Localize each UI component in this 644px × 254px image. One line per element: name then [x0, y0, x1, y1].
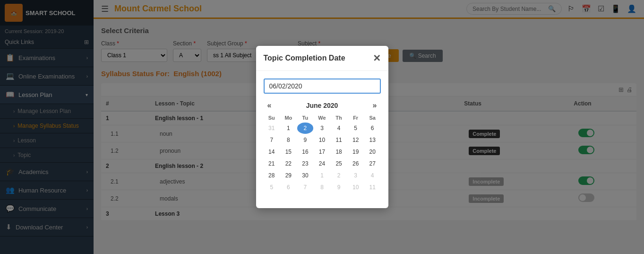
calendar-day[interactable]: 14 — [264, 146, 280, 158]
calendar-day[interactable]: 3 — [314, 123, 330, 134]
calendar-day[interactable]: 31 — [264, 123, 280, 134]
calendar-day[interactable]: 27 — [364, 158, 381, 169]
calendar-day[interactable]: 5 — [347, 123, 364, 134]
calendar-day[interactable]: 7 — [297, 182, 314, 193]
calendar-day[interactable]: 22 — [280, 158, 297, 169]
close-icon[interactable]: ✕ — [373, 53, 381, 64]
calendar-day[interactable]: 3 — [347, 170, 364, 181]
calendar-month: June 2020 — [306, 102, 338, 109]
calendar-day[interactable]: 21 — [264, 158, 280, 169]
day-name-th: Th — [331, 114, 347, 122]
calendar-day[interactable]: 29 — [280, 170, 297, 181]
calendar-day[interactable]: 20 — [364, 146, 381, 158]
calendar-day[interactable]: 9 — [297, 134, 314, 146]
calendar-day[interactable]: 7 — [264, 134, 280, 146]
calendar-day[interactable]: 8 — [280, 134, 297, 146]
calendar-day[interactable]: 16 — [297, 146, 314, 158]
calendar-header: « June 2020 » — [264, 99, 381, 112]
calendar-day[interactable]: 6 — [364, 123, 381, 134]
calendar-day[interactable]: 17 — [314, 146, 330, 158]
next-month-button[interactable]: » — [373, 101, 377, 110]
day-name-fr: Fr — [347, 114, 364, 122]
calendar-day[interactable]: 24 — [314, 158, 330, 169]
modal-body: « June 2020 » Su Mo Tu We Th Fr Sa 31 1 — [256, 71, 388, 201]
calendar-day[interactable]: 2 — [331, 170, 347, 181]
modal-overlay[interactable]: Topic Completion Date ✕ « June 2020 » Su… — [0, 0, 644, 254]
prev-month-button[interactable]: « — [267, 101, 272, 110]
calendar-day[interactable]: 25 — [331, 158, 347, 169]
day-name-su: Su — [264, 114, 280, 122]
calendar-day[interactable]: 5 — [264, 182, 280, 193]
modal: Topic Completion Date ✕ « June 2020 » Su… — [256, 46, 388, 208]
calendar-day[interactable]: 11 — [331, 134, 347, 146]
calendar-day[interactable]: 10 — [347, 182, 364, 193]
day-name-tu: Tu — [297, 114, 314, 122]
calendar-day[interactable]: 18 — [331, 146, 347, 158]
calendar-day[interactable]: 4 — [331, 123, 347, 134]
date-input[interactable] — [264, 79, 381, 94]
calendar-day[interactable]: 9 — [331, 182, 347, 193]
calendar-day[interactable]: 11 — [364, 182, 381, 193]
day-name-we: We — [314, 114, 330, 122]
calendar-day[interactable]: 4 — [364, 170, 381, 181]
calendar-day[interactable]: 12 — [347, 134, 364, 146]
calendar-day-selected[interactable]: 2 — [297, 123, 314, 134]
calendar-day[interactable]: 10 — [314, 134, 330, 146]
calendar-day[interactable]: 13 — [364, 134, 381, 146]
calendar: « June 2020 » Su Mo Tu We Th Fr Sa 31 1 — [264, 99, 381, 193]
calendar-day[interactable]: 19 — [347, 146, 364, 158]
day-name-sa: Sa — [364, 114, 381, 122]
modal-header: Topic Completion Date ✕ — [256, 46, 388, 71]
calendar-day[interactable]: 6 — [280, 182, 297, 193]
day-name-mo: Mo — [280, 114, 297, 122]
calendar-day[interactable]: 23 — [297, 158, 314, 169]
calendar-day[interactable]: 30 — [297, 170, 314, 181]
calendar-day[interactable]: 26 — [347, 158, 364, 169]
calendar-grid: Su Mo Tu We Th Fr Sa 31 1 2 3 4 5 6 7 — [264, 114, 381, 193]
calendar-day[interactable]: 1 — [280, 123, 297, 134]
calendar-day[interactable]: 1 — [314, 170, 330, 181]
calendar-day[interactable]: 28 — [264, 170, 280, 181]
calendar-day[interactable]: 8 — [314, 182, 330, 193]
modal-title: Topic Completion Date — [264, 54, 345, 62]
calendar-day[interactable]: 15 — [280, 146, 297, 158]
